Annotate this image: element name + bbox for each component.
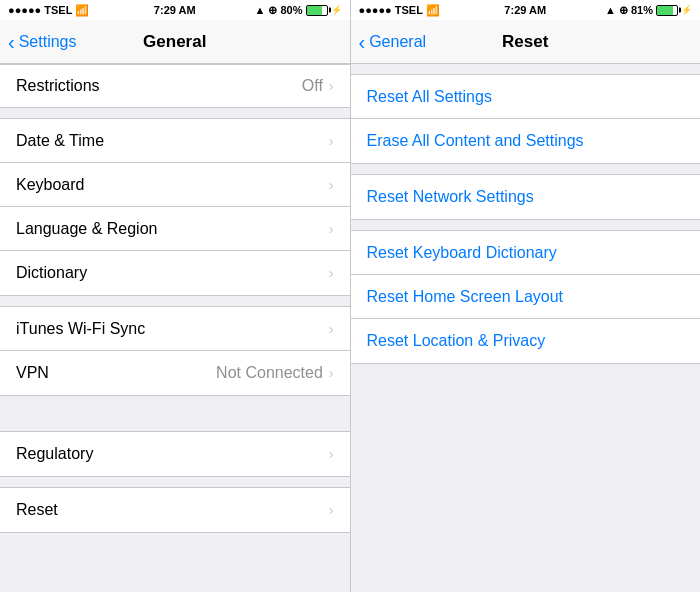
left-group-1: Date & Time › Keyboard › Language & Regi… xyxy=(0,118,350,296)
reset-home-screen-label: Reset Home Screen Layout xyxy=(367,288,564,306)
left-battery-pct: 80% xyxy=(280,4,302,16)
restrictions-value: Off xyxy=(302,77,323,95)
left-status-bar: ●●●●● TSEL 📶 7:29 AM ▲ ⊕ 80% ⚡ xyxy=(0,0,350,20)
right-group-2: Reset Network Settings xyxy=(351,174,701,220)
keyboard-right: › xyxy=(329,177,334,193)
left-nav-title: General xyxy=(143,32,206,52)
regulatory-item[interactable]: Regulatory › xyxy=(0,432,350,476)
right-group-1: Reset All Settings Erase All Content and… xyxy=(351,74,701,164)
sep-2 xyxy=(0,396,350,431)
reset-keyboard-label: Reset Keyboard Dictionary xyxy=(367,244,557,262)
reset-nav-label: Reset xyxy=(16,501,58,519)
right-time: 7:29 AM xyxy=(504,4,546,16)
keyboard-label: Keyboard xyxy=(16,176,85,194)
dictionary-chevron-icon: › xyxy=(329,265,334,281)
dictionary-right: › xyxy=(329,265,334,281)
left-panel: Restrictions Off › Date & Time › Keyboar… xyxy=(0,64,350,592)
restrictions-label: Restrictions xyxy=(16,77,100,95)
right-bluetooth-icon: ⊕ xyxy=(619,4,628,17)
right-battery-icon xyxy=(656,5,678,16)
reset-keyboard-item[interactable]: Reset Keyboard Dictionary xyxy=(351,231,701,275)
regulatory-label: Regulatory xyxy=(16,445,93,463)
right-sep-2 xyxy=(351,220,701,230)
sep-3 xyxy=(0,477,350,487)
itunes-wifi-right: › xyxy=(329,321,334,337)
right-arrow-icon: ▲ xyxy=(605,4,616,16)
left-group-3: Regulatory › xyxy=(0,431,350,477)
vpn-item[interactable]: VPN Not Connected › xyxy=(0,351,350,395)
regulatory-chevron-icon: › xyxy=(329,446,334,462)
right-status-right: ▲ ⊕ 81% ⚡ xyxy=(605,4,692,17)
left-wifi-icon: 📶 xyxy=(75,4,89,17)
language-region-right: › xyxy=(329,221,334,237)
left-back-button[interactable]: ‹ Settings xyxy=(8,32,76,52)
nav-headers: ‹ Settings General ‹ General Reset xyxy=(0,20,700,64)
right-status-left: ●●●●● TSEL 📶 xyxy=(359,4,440,17)
left-charging-icon: ⚡ xyxy=(331,5,342,15)
right-charging-icon: ⚡ xyxy=(681,5,692,15)
vpn-value: Not Connected xyxy=(216,364,323,382)
date-time-right: › xyxy=(329,133,334,149)
dictionary-item[interactable]: Dictionary › xyxy=(0,251,350,295)
date-time-chevron-icon: › xyxy=(329,133,334,149)
vpn-chevron-icon: › xyxy=(329,365,334,381)
left-group-2: iTunes Wi-Fi Sync › VPN Not Connected › xyxy=(0,306,350,396)
restrictions-item[interactable]: Restrictions Off › xyxy=(0,64,350,108)
reset-location-item[interactable]: Reset Location & Privacy xyxy=(351,319,701,363)
reset-network-label: Reset Network Settings xyxy=(367,188,534,206)
left-time: 7:29 AM xyxy=(154,4,196,16)
right-battery-pct: 81% xyxy=(631,4,653,16)
reset-nav-chevron-icon: › xyxy=(329,502,334,518)
right-signal: ●●●●● TSEL xyxy=(359,4,423,16)
right-sep-top xyxy=(351,64,701,74)
right-back-button[interactable]: ‹ General xyxy=(359,32,427,52)
sep-after-restrictions xyxy=(0,108,350,118)
right-nav-header: ‹ General Reset xyxy=(351,20,701,64)
vpn-right: Not Connected › xyxy=(216,364,333,382)
language-region-item[interactable]: Language & Region › xyxy=(0,207,350,251)
regulatory-right: › xyxy=(329,446,334,462)
vpn-label: VPN xyxy=(16,364,49,382)
left-bluetooth-icon: ⊕ xyxy=(268,4,277,17)
left-group-4: Reset › xyxy=(0,487,350,533)
right-wifi-icon: 📶 xyxy=(426,4,440,17)
reset-location-label: Reset Location & Privacy xyxy=(367,332,546,350)
reset-home-screen-item[interactable]: Reset Home Screen Layout xyxy=(351,275,701,319)
left-nav-header: ‹ Settings General xyxy=(0,20,350,64)
reset-all-settings-item[interactable]: Reset All Settings xyxy=(351,75,701,119)
reset-nav-item[interactable]: Reset › xyxy=(0,488,350,532)
left-battery-icon xyxy=(306,5,328,16)
left-status-right: ▲ ⊕ 80% ⚡ xyxy=(255,4,342,17)
main-content: Restrictions Off › Date & Time › Keyboar… xyxy=(0,64,700,592)
right-sep-1 xyxy=(351,164,701,174)
dictionary-label: Dictionary xyxy=(16,264,87,282)
language-region-chevron-icon: › xyxy=(329,221,334,237)
keyboard-chevron-icon: › xyxy=(329,177,334,193)
reset-all-settings-label: Reset All Settings xyxy=(367,88,492,106)
language-region-label: Language & Region xyxy=(16,220,157,238)
erase-all-content-label: Erase All Content and Settings xyxy=(367,132,584,150)
itunes-wifi-chevron-icon: › xyxy=(329,321,334,337)
reset-network-item[interactable]: Reset Network Settings xyxy=(351,175,701,219)
left-status-left: ●●●●● TSEL 📶 xyxy=(8,4,89,17)
right-panel: Reset All Settings Erase All Content and… xyxy=(351,64,701,592)
restrictions-right: Off › xyxy=(302,77,334,95)
right-nav-title: Reset xyxy=(502,32,548,52)
left-signal: ●●●●● TSEL xyxy=(8,4,72,16)
right-back-label: General xyxy=(369,33,426,51)
keyboard-item[interactable]: Keyboard › xyxy=(0,163,350,207)
right-status-bar: ●●●●● TSEL 📶 7:29 AM ▲ ⊕ 81% ⚡ xyxy=(351,0,701,20)
left-back-chevron-icon: ‹ xyxy=(8,32,15,52)
reset-nav-right: › xyxy=(329,502,334,518)
sep-1 xyxy=(0,296,350,306)
left-arrow-icon: ▲ xyxy=(255,4,266,16)
right-group-3: Reset Keyboard Dictionary Reset Home Scr… xyxy=(351,230,701,364)
restrictions-chevron-icon: › xyxy=(329,78,334,94)
right-back-chevron-icon: ‹ xyxy=(359,32,366,52)
date-time-label: Date & Time xyxy=(16,132,104,150)
left-back-label: Settings xyxy=(19,33,77,51)
erase-all-content-item[interactable]: Erase All Content and Settings xyxy=(351,119,701,163)
itunes-wifi-item[interactable]: iTunes Wi-Fi Sync › xyxy=(0,307,350,351)
itunes-wifi-label: iTunes Wi-Fi Sync xyxy=(16,320,145,338)
date-time-item[interactable]: Date & Time › xyxy=(0,119,350,163)
